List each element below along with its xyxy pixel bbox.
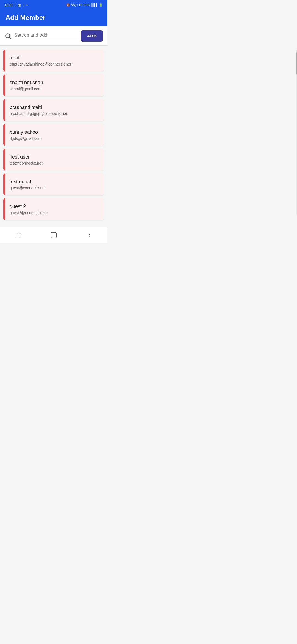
member-email: prashanti.dfgdgdg@connectix.net [10, 111, 67, 116]
download-icon: ↓ [23, 3, 25, 7]
search-row: ADD [0, 26, 107, 46]
add-button[interactable]: ADD [81, 30, 103, 42]
home-button[interactable] [48, 231, 59, 239]
dot-icon: • [26, 3, 28, 7]
app-bar: Add Member [0, 10, 107, 26]
member-name: Test user [10, 154, 42, 160]
card-accent [3, 50, 5, 72]
member-name: test guest [10, 179, 46, 185]
member-name: guest 2 [10, 204, 48, 209]
card-content: truptitrupti.priyadarshinee@connectix.ne… [5, 50, 76, 72]
member-email: trupti.priyadarshinee@connectix.net [10, 62, 71, 66]
list-item[interactable]: test guestguest@connectix.net [3, 173, 104, 195]
back-button[interactable]: ‹ [84, 231, 95, 239]
member-email: guest2@connectix.net [10, 211, 48, 215]
card-content: test guestguest@connectix.net [5, 173, 50, 195]
member-email: shanti@gmail.com [10, 87, 43, 91]
card-accent [3, 173, 5, 195]
search-underline [14, 39, 78, 39]
member-email: guest@connectix.net [10, 186, 46, 190]
status-right: 🔇 Vol) LTE LTE2 ▌▌▌ 🔋 [66, 3, 103, 7]
list-item[interactable]: guest 2guest2@connectix.net [3, 198, 104, 220]
svg-line-1 [9, 37, 11, 39]
search-input-wrap[interactable] [14, 32, 78, 39]
member-list: truptitrupti.priyadarshinee@connectix.ne… [0, 46, 107, 224]
phone-icon:  [15, 3, 16, 7]
card-content: shanti bhushanshanti@gmail.com [5, 74, 48, 96]
recents-icon [16, 232, 20, 238]
signal-bars: ▌▌▌ [92, 3, 98, 7]
card-accent [3, 99, 5, 121]
list-item[interactable]: bunny sahoodgdsg@gmail.com [3, 124, 104, 146]
member-name: prashanti maiti [10, 105, 67, 110]
search-input[interactable] [14, 32, 78, 38]
status-bar: 18:20  ▦ ↓ • 🔇 Vol) LTE LTE2 ▌▌▌ 🔋 [0, 0, 107, 10]
home-icon [51, 232, 57, 238]
list-item[interactable]: truptitrupti.priyadarshinee@connectix.ne… [3, 50, 104, 72]
card-accent [3, 74, 5, 96]
card-content: guest 2guest2@connectix.net [5, 198, 52, 220]
status-left: 18:20  ▦ ↓ • [4, 3, 28, 7]
member-email: dgdsg@gmail.com [10, 136, 42, 141]
list-item[interactable]: prashanti maitiprashanti.dfgdgdg@connect… [3, 99, 104, 121]
mute-icon: 🔇 [66, 3, 70, 7]
back-icon: ‹ [88, 232, 90, 238]
member-name: bunny sahoo [10, 129, 42, 135]
card-content: Test usertest@connectix.net [5, 149, 47, 171]
image-icon: ▦ [18, 3, 21, 7]
member-name: shanti bhushan [10, 80, 43, 86]
status-time: 18:20 [4, 3, 13, 7]
member-email: test@connectix.net [10, 161, 42, 165]
list-item[interactable]: Test usertest@connectix.net [3, 149, 104, 171]
recents-button[interactable] [12, 231, 23, 239]
card-accent [3, 198, 5, 220]
card-content: prashanti maitiprashanti.dfgdgdg@connect… [5, 99, 72, 121]
nav-bar: ‹ [0, 227, 107, 243]
card-accent [3, 149, 5, 171]
list-item[interactable]: shanti bhushanshanti@gmail.com [3, 74, 104, 96]
search-icon [4, 32, 12, 40]
card-content: bunny sahoodgdsg@gmail.com [5, 124, 46, 146]
signal-text: Vol) LTE LTE2 [71, 3, 90, 7]
member-name: trupti [10, 55, 71, 61]
card-accent [3, 124, 5, 146]
battery-icon: 🔋 [99, 3, 103, 7]
page-title: Add Member [6, 14, 45, 21]
